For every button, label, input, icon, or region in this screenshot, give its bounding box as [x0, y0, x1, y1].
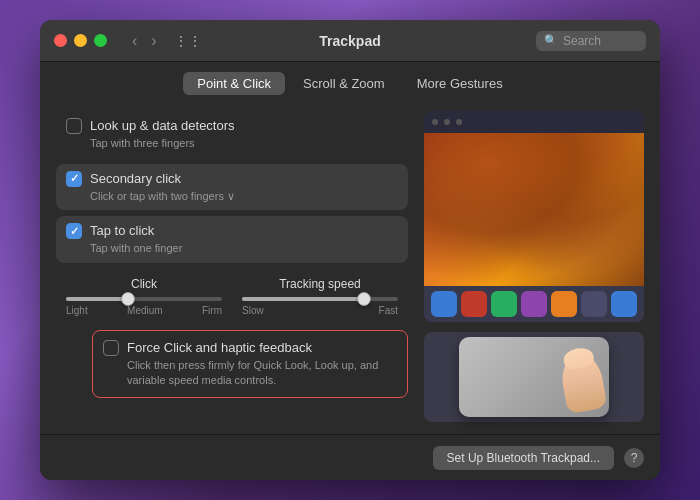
click-slider-labels: Light Medium Firm [66, 305, 222, 316]
menubar-dot-2 [444, 119, 450, 125]
close-button[interactable] [54, 34, 67, 47]
option-tap-to-click-sub: Tap with one finger [90, 241, 398, 256]
maximize-button[interactable] [94, 34, 107, 47]
forward-button[interactable]: › [146, 30, 161, 52]
click-slider-min: Light [66, 305, 88, 316]
tracking-slider-thumb[interactable] [357, 292, 371, 306]
option-tap-to-click: Tap to click Tap with one finger [56, 216, 408, 263]
tracking-slider-min: Slow [242, 305, 264, 316]
dock-icon-6 [581, 291, 607, 317]
force-click-sub: Click then press firmly for Quick Look, … [127, 358, 397, 389]
finger-container [563, 356, 603, 411]
menubar-dot-3 [456, 119, 462, 125]
click-slider-track[interactable] [66, 297, 222, 301]
dock-icon-1 [431, 291, 457, 317]
bottom-bar: Set Up Bluetooth Trackpad... ? [40, 434, 660, 480]
dock-icon-5 [551, 291, 577, 317]
tabs-bar: Point & Click Scroll & Zoom More Gesture… [40, 62, 660, 101]
force-click-wrapper: ↗ Force Click and haptic feedback Click … [56, 326, 408, 398]
option-secondary-click-sub: Click or tap with two fingers ∨ [90, 189, 398, 204]
option-secondary-click-text: Secondary click Click or tap with two fi… [90, 170, 398, 205]
search-bar[interactable]: 🔍 [536, 31, 646, 51]
checkbox-tap-to-click[interactable] [66, 223, 82, 239]
left-panel: Look up & data detectors Tap with three … [56, 111, 408, 422]
checkbox-secondary-click[interactable] [66, 171, 82, 187]
setup-bluetooth-button[interactable]: Set Up Bluetooth Trackpad... [433, 446, 614, 470]
checkbox-force-click[interactable] [103, 340, 119, 356]
tracking-slider-max: Fast [379, 305, 398, 316]
dock-icon-2 [461, 291, 487, 317]
finger-tip [562, 346, 595, 371]
tab-more-gestures[interactable]: More Gestures [403, 72, 517, 95]
tab-point-click[interactable]: Point & Click [183, 72, 285, 95]
option-secondary-click-title: Secondary click [90, 170, 398, 188]
sliders-section: Click Light Medium Firm Tracking speed [56, 269, 408, 320]
trackpad-area [424, 332, 644, 422]
mockup-dock [424, 286, 644, 322]
window-title: Trackpad [319, 33, 380, 49]
right-panel [424, 111, 644, 422]
hair-overlay [424, 133, 644, 286]
click-slider-max: Firm [202, 305, 222, 316]
force-click-section: Force Click and haptic feedback Click th… [92, 330, 408, 398]
option-secondary-click: Secondary click Click or tap with two fi… [56, 164, 408, 211]
dock-icon-4 [521, 291, 547, 317]
search-icon: 🔍 [544, 34, 558, 47]
option-look-up-text: Look up & data detectors Tap with three … [90, 117, 398, 152]
dock-icon-3 [491, 291, 517, 317]
minimize-button[interactable] [74, 34, 87, 47]
titlebar: ‹ › ⋮⋮ Trackpad 🔍 [40, 20, 660, 62]
option-tap-to-click-title: Tap to click [90, 222, 398, 240]
help-button[interactable]: ? [624, 448, 644, 468]
main-content: Look up & data detectors Tap with three … [40, 101, 660, 434]
preview-image [424, 111, 644, 322]
checkbox-look-up[interactable] [66, 118, 82, 134]
click-slider-label: Click [66, 277, 222, 291]
tab-scroll-zoom[interactable]: Scroll & Zoom [289, 72, 399, 95]
click-slider-group: Click Light Medium Firm [66, 277, 222, 316]
nav-buttons: ‹ › [127, 30, 162, 52]
trackpad-window: ‹ › ⋮⋮ Trackpad 🔍 Point & Click Scroll &… [40, 20, 660, 480]
finger-silhouette [559, 353, 608, 414]
grid-icon: ⋮⋮ [174, 33, 202, 49]
click-slider-mid: Medium [127, 305, 163, 316]
back-button[interactable]: ‹ [127, 30, 142, 52]
option-look-up: Look up & data detectors Tap with three … [56, 111, 408, 158]
click-slider-fill [66, 297, 128, 301]
trackpad-device [459, 337, 609, 417]
option-look-up-sub: Tap with three fingers [90, 136, 398, 151]
dock-icon-7 [611, 291, 637, 317]
preview-mockup [424, 111, 644, 322]
tracking-slider-fill [242, 297, 364, 301]
tracking-slider-labels: Slow Fast [242, 305, 398, 316]
mockup-photo-area [424, 133, 644, 286]
search-input[interactable] [563, 34, 643, 48]
traffic-lights [54, 34, 107, 47]
force-click-text: Force Click and haptic feedback Click th… [127, 339, 397, 389]
option-tap-to-click-text: Tap to click Tap with one finger [90, 222, 398, 257]
mockup-menubar [424, 111, 644, 133]
tracking-slider-track[interactable] [242, 297, 398, 301]
tracking-slider-label: Tracking speed [242, 277, 398, 291]
tracking-slider-group: Tracking speed Slow Fast [242, 277, 398, 316]
click-slider-thumb[interactable] [121, 292, 135, 306]
force-click-title: Force Click and haptic feedback [127, 339, 397, 357]
option-look-up-title: Look up & data detectors [90, 117, 398, 135]
menubar-dot-1 [432, 119, 438, 125]
photo-background [424, 133, 644, 286]
